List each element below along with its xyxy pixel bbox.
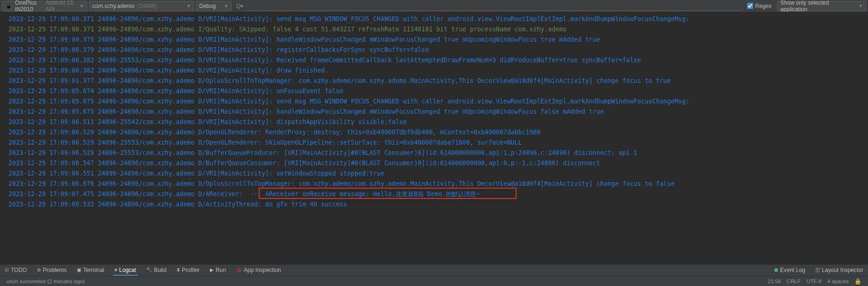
tab-profiler[interactable]: ⧗ Profiler (175, 265, 202, 276)
log-line[interactable]: 2023-12-29 17:09:01.377 24896-24896/com.… (8, 76, 868, 86)
search-wrapper: Q▾ (236, 1, 741, 11)
process-name: com.xzhy.ademo (92, 3, 135, 9)
search-icon: Q▾ (236, 3, 243, 9)
log-output[interactable]: 2023-12-29 17:09:00.371 24896-24896/com.… (0, 12, 868, 264)
tab-label: Event Log (780, 267, 805, 273)
regex-checkbox[interactable]: Regex (747, 3, 771, 9)
chevron-down-icon: ▼ (224, 4, 228, 8)
loglevel-label: Debug (199, 3, 216, 9)
caret-position[interactable]: 21:56 (768, 279, 781, 284)
log-line[interactable]: 2023-12-29 17:09:09.532 24896-24896/com.… (8, 199, 868, 210)
file-encoding[interactable]: UTF-8 (806, 279, 822, 284)
tab-event-log[interactable]: Event Log (772, 265, 807, 276)
event-log-icon (774, 268, 778, 272)
highlight-box (259, 188, 516, 199)
tab-label: Terminal (83, 267, 104, 273)
chevron-down-icon: ▼ (187, 4, 191, 8)
device-selector[interactable]: 📱 OnePlus IN2010 Android 13, API … ▼ (2, 1, 87, 11)
log-line[interactable]: 2023-12-29 17:09:06.551 24896-24896/com.… (8, 169, 868, 179)
log-line[interactable]: 2023-12-29 17:09:05.675 24896-24896/com.… (8, 96, 868, 107)
tab-app-inspection[interactable]: 🐞 App Inspection (234, 265, 283, 276)
status-bar: unch succeeded (2 minutes ago) 21:56 CRL… (0, 276, 868, 286)
log-line[interactable]: 2023-12-29 17:09:06.529 24896-24896/com.… (8, 127, 868, 138)
process-pid: (24896) (137, 3, 157, 9)
tab-run[interactable]: ▶ Run (208, 265, 228, 276)
log-line[interactable]: 2023-12-29 17:09:06.529 24896-25553/com.… (8, 148, 868, 158)
log-line[interactable]: 2023-12-29 17:09:06.511 24896-25542/com.… (8, 117, 868, 127)
search-input[interactable] (245, 1, 741, 11)
process-selector[interactable]: com.xzhy.ademo (24896) ▼ (89, 1, 194, 11)
chevron-down-icon: ▼ (859, 4, 863, 8)
device-api: Android 13, API … (45, 0, 77, 13)
log-line[interactable]: 2023-12-29 17:09:05.674 24896-24896/com.… (8, 86, 868, 96)
status-message: unch succeeded (2 minutes ago) (7, 279, 85, 284)
filter-label: Show only selected application (780, 0, 856, 13)
log-line[interactable]: 2023-12-29 17:09:00.375 24896-24896/com.… (8, 35, 868, 45)
chevron-down-icon: ▼ (80, 4, 84, 8)
tab-todo[interactable]: ☑ TODO (3, 265, 29, 276)
todo-icon: ☑ (5, 267, 9, 272)
log-line[interactable]: 2023-12-29 17:09:06.529 24896-25553/com.… (8, 138, 868, 148)
build-icon: 🔨 (146, 267, 152, 272)
log-line[interactable]: 2023-12-29 17:09:00.379 24896-24896/com.… (8, 45, 868, 55)
loglevel-selector[interactable]: Debug ▼ (196, 1, 232, 11)
tab-logcat[interactable]: ≡ Logcat (113, 265, 138, 276)
tab-terminal[interactable]: ▣ Terminal (75, 265, 106, 276)
profiler-icon: ⧗ (177, 267, 180, 273)
log-line[interactable]: 2023-12-29 17:09:00.371 24896-24896/com.… (8, 14, 868, 24)
regex-checkbox-input[interactable] (747, 3, 753, 9)
problems-icon: ⊘ (37, 267, 41, 272)
tab-label: App Inspection (244, 267, 281, 273)
tab-label: Build (154, 267, 166, 273)
log-line[interactable]: 2023-12-29 17:09:00.382 24896-24896/com.… (8, 66, 868, 76)
line-separator[interactable]: CRLF (786, 279, 801, 284)
tab-label: TODO (11, 267, 27, 273)
log-line[interactable]: 2023-12-29 17:09:05.675 24896-24896/com.… (8, 107, 868, 117)
terminal-icon: ▣ (77, 267, 81, 272)
tab-build[interactable]: 🔨 Build (144, 265, 168, 276)
tab-label: Problems (43, 267, 67, 273)
layout-inspector-icon: ◫ (816, 267, 820, 272)
logcat-toolbar: 📱 OnePlus IN2010 Android 13, API … ▼ com… (0, 0, 868, 12)
inspection-icon: 🐞 (236, 267, 242, 272)
tab-problems[interactable]: ⊘ Problems (35, 265, 68, 276)
tab-label: Profiler (182, 267, 200, 273)
indent-info[interactable]: 4 spaces (827, 279, 849, 284)
tab-label: Layout Inspector (822, 267, 863, 273)
regex-label: Regex (755, 3, 771, 9)
lock-icon[interactable]: 🔒 (854, 278, 861, 285)
tab-label: Run (216, 267, 226, 273)
filter-selector[interactable]: Show only selected application ▼ (777, 1, 866, 11)
log-line[interactable]: 2023-12-29 17:09:00.371 24896-24896/com.… (8, 24, 868, 35)
log-line[interactable]: 2023-12-29 17:09:00.382 24896-25553/com.… (8, 55, 868, 66)
tool-window-bar: ☑ TODO ⊘ Problems ▣ Terminal ≡ Logcat 🔨 … (0, 264, 868, 276)
device-name: OnePlus IN2010 (15, 0, 43, 13)
log-line[interactable]: 2023-12-29 17:09:06.547 24896-24896/com.… (8, 158, 868, 169)
logcat-icon: ≡ (115, 267, 118, 272)
run-icon: ▶ (210, 267, 214, 272)
tab-label: Logcat (119, 267, 136, 273)
tab-layout-inspector[interactable]: ◫ Layout Inspector (814, 265, 865, 276)
